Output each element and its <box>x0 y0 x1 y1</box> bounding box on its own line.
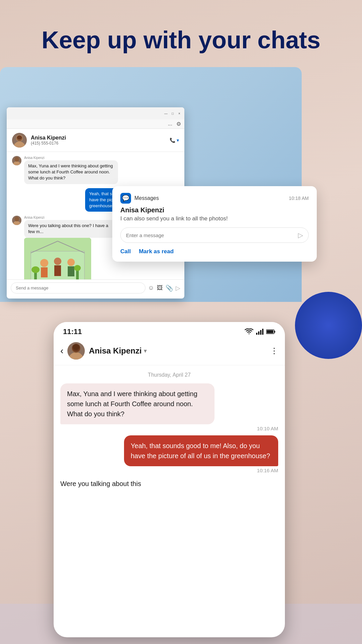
phone-message-partial: Were you talking about this <box>60 477 278 490</box>
window-menubar: ... ⚙ <box>7 119 184 129</box>
phone-message-sent-1: Yeah, that sounds good to me! Also, do y… <box>60 435 278 473</box>
notif-send-button[interactable]: ▷ <box>298 231 303 239</box>
window-titlebar: — □ × <box>7 107 184 119</box>
emoji-icon[interactable]: ☺ <box>148 284 154 292</box>
messages-icon: 💬 <box>122 195 129 202</box>
notif-message: I can also send you a link to all the ph… <box>120 215 309 222</box>
svg-rect-27 <box>274 331 275 333</box>
hero-title: Keep up with your chats <box>0 0 362 63</box>
svg-point-21 <box>74 265 81 271</box>
notif-app-icon: 💬 <box>120 193 131 204</box>
phone-chat-name: Anisa Kipenzi ▾ <box>89 346 266 356</box>
phone-more-button[interactable]: ⋮ <box>270 346 278 356</box>
win-message-bubble-2: Were you talking about this one? I have … <box>24 220 118 237</box>
svg-rect-17 <box>68 266 74 276</box>
win-contact-name: Anisa Kipenzi <box>31 135 166 141</box>
win-input-icons: ☺ 🖼 📎 <box>148 284 173 292</box>
phone-back-button[interactable]: ‹ <box>60 345 63 356</box>
svg-point-19 <box>32 266 40 273</box>
win-message-input[interactable] <box>11 282 145 293</box>
phone-contact-name-text: Anisa Kipenzi <box>89 346 141 356</box>
svg-point-3 <box>17 136 22 140</box>
phone-chat-header: ‹ Anisa Kipenzi ▾ ⋮ <box>54 339 285 365</box>
phone-icon: 📞 <box>170 138 175 143</box>
minimize-button[interactable]: — <box>164 111 168 116</box>
win-message-bubble-1: Max, Yuna and I were thinking about gett… <box>24 160 118 184</box>
svg-point-6 <box>13 221 21 225</box>
win-contact-avatar <box>12 133 27 148</box>
win-message-group-content-2: Anisa Kipenzi Were you talking about thi… <box>24 216 118 279</box>
win-sender-name-1: Anisa Kipenzi <box>24 156 118 160</box>
phone-status-time: 11:11 <box>63 327 82 336</box>
phone-screen: 11:11 ‹ <box>54 322 285 637</box>
notification-popup: 💬 Messages 10:18 AM Anisa Kipenzi I can … <box>112 186 317 262</box>
win-sender-name-2: Anisa Kipenzi <box>24 216 118 219</box>
phone-sent-time-1: 10:16 AM <box>257 468 278 473</box>
win-contact-header: Anisa Kipenzi (415) 555-0176 📞 ▾ <box>7 129 184 152</box>
svg-point-29 <box>69 352 83 360</box>
phone-contact-dropdown-icon[interactable]: ▾ <box>144 347 147 355</box>
win-message-received-1: Anisa Kipenzi Max, Yuna and I were think… <box>12 156 179 184</box>
notif-header: 💬 Messages 10:18 AM <box>120 193 309 204</box>
notif-app-name: Messages <box>134 195 159 201</box>
image-icon[interactable]: 🖼 <box>157 284 163 292</box>
svg-point-7 <box>14 217 19 221</box>
notif-input-area[interactable]: ▷ <box>120 227 309 243</box>
svg-rect-28 <box>267 330 274 333</box>
win-message-group-content-1: Anisa Kipenzi Max, Yuna and I were think… <box>24 156 118 184</box>
phone-partial-text: Were you talking about this <box>60 477 278 490</box>
notif-mark-read-button[interactable]: Mark as read <box>139 248 174 255</box>
notif-sender: Anisa Kipenzi <box>120 206 309 214</box>
attachment-icon[interactable]: 📎 <box>166 284 173 292</box>
signal-icon <box>256 329 263 335</box>
maximize-button[interactable]: □ <box>170 111 175 116</box>
win-send-icon[interactable]: ▷ <box>176 284 180 292</box>
svg-rect-15 <box>54 265 61 276</box>
blue-decorative-shape <box>295 292 362 359</box>
notif-app-info: 💬 Messages <box>120 193 159 204</box>
svg-point-5 <box>14 157 19 162</box>
phone-chat-area: Max, Yuna and I were thinking about gett… <box>54 383 285 490</box>
svg-rect-22 <box>256 333 257 335</box>
settings-icon[interactable]: ⚙ <box>176 121 181 127</box>
svg-point-12 <box>40 259 48 267</box>
svg-rect-25 <box>262 329 263 335</box>
win-input-area: ☺ 🖼 📎 ▷ <box>7 279 184 296</box>
phone-date-separator: Thursday, April 27 <box>54 365 285 383</box>
win-call-button[interactable]: 📞 ▾ <box>170 138 179 143</box>
svg-point-4 <box>13 161 21 165</box>
greenhouse-image <box>24 238 91 280</box>
win-contact-phone: (415) 555-0176 <box>31 141 166 146</box>
call-dropdown-icon: ▾ <box>177 138 179 143</box>
phone-received-bubble-1: Max, Yuna and I were thinking about gett… <box>60 383 215 424</box>
ellipsis-menu-icon[interactable]: ... <box>168 121 172 127</box>
wifi-icon <box>245 328 253 335</box>
greenhouse-illustration <box>24 238 91 280</box>
svg-rect-13 <box>41 267 48 277</box>
svg-rect-20 <box>76 270 79 280</box>
svg-point-14 <box>54 258 61 265</box>
phone-status-icons <box>245 328 276 335</box>
notif-call-button[interactable]: Call <box>120 248 131 255</box>
svg-rect-24 <box>260 330 261 335</box>
phone-message-received-1: Max, Yuna and I were thinking about gett… <box>60 383 278 431</box>
win-contact-info: Anisa Kipenzi (415) 555-0176 <box>31 135 166 146</box>
close-button[interactable]: × <box>177 111 182 116</box>
battery-icon <box>266 329 276 334</box>
notif-time: 10:18 AM <box>289 196 309 201</box>
notif-reply-input[interactable] <box>126 232 295 238</box>
phone-sent-bubble-1: Yeah, that sounds good to me! Also, do y… <box>124 435 278 466</box>
svg-point-32 <box>73 344 79 350</box>
win-small-avatar-1 <box>12 156 21 165</box>
svg-rect-23 <box>258 331 259 335</box>
svg-point-16 <box>67 259 75 266</box>
phone-message-time-1: 10:10 AM <box>60 426 278 431</box>
notif-actions: Call Mark as read <box>120 248 309 255</box>
svg-point-0 <box>13 142 25 148</box>
phone-status-bar: 11:11 <box>54 322 285 339</box>
phone-chat-avatar <box>67 342 85 360</box>
win-small-avatar-2 <box>12 216 21 225</box>
